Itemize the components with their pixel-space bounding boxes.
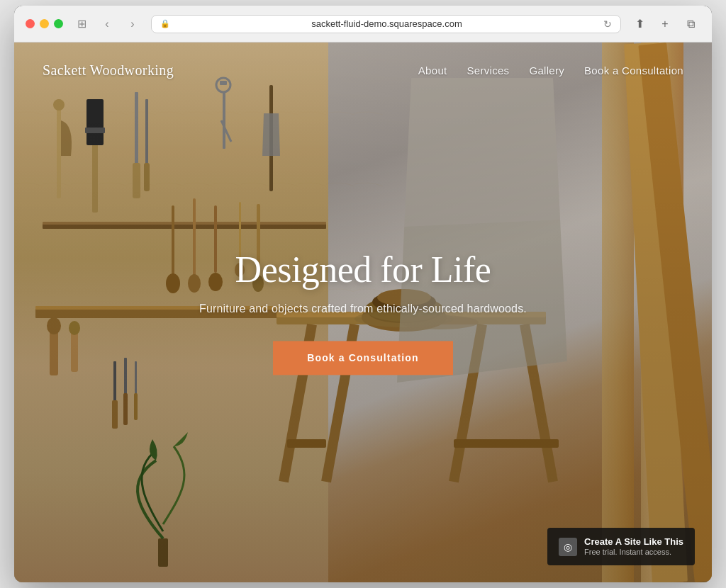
site-logo: Sackett Woodworking [43, 62, 174, 79]
back-button[interactable]: ‹ [97, 14, 117, 34]
minimize-button[interactable] [40, 19, 49, 28]
share-button[interactable]: ⬆ [630, 14, 649, 34]
website-content: Sackett Woodworking About Services Galle… [14, 43, 712, 582]
nav-services[interactable]: Services [467, 64, 510, 77]
address-bar[interactable]: 🔒 sackett-fluid-demo.squarespace.com ↻ [151, 15, 621, 33]
new-tab-button[interactable]: + [655, 14, 675, 34]
nav-links: About Services Gallery Book a Consultati… [418, 64, 683, 77]
badge-sub-text: Free trial. Instant access. [584, 548, 683, 557]
browser-window: ⊞ ‹ › 🔒 sackett-fluid-demo.squarespace.c… [14, 6, 712, 582]
site-navigation: Sackett Woodworking About Services Galle… [14, 43, 712, 98]
browser-actions: ⬆ + ⧉ [630, 14, 700, 34]
browser-chrome: ⊞ ‹ › 🔒 sackett-fluid-demo.squarespace.c… [14, 6, 712, 43]
hero-title: Designed for Life [150, 249, 576, 290]
nav-book-consultation[interactable]: Book a Consultation [584, 64, 683, 77]
forward-button[interactable]: › [123, 14, 143, 34]
hero-content: Designed for Life Furniture and objects … [150, 249, 576, 375]
close-button[interactable] [26, 19, 35, 28]
squarespace-badge[interactable]: ◎ Create A Site Like This Free trial. In… [547, 528, 695, 565]
browser-nav: ⊞ ‹ › [72, 14, 143, 34]
badge-main-text: Create A Site Like This [584, 536, 683, 548]
cta-button[interactable]: Book a Consultation [273, 341, 452, 375]
badge-text: Create A Site Like This Free trial. Inst… [584, 536, 683, 557]
hero-subtitle: Furniture and objects crafted from ethic… [150, 303, 576, 316]
traffic-lights [26, 19, 63, 28]
maximize-button[interactable] [54, 19, 63, 28]
sidebar-toggle-button[interactable]: ⊞ [72, 14, 91, 34]
nav-gallery[interactable]: Gallery [529, 64, 564, 77]
url-text: sackett-fluid-demo.squarespace.com [174, 18, 599, 29]
tabs-button[interactable]: ⧉ [681, 14, 700, 34]
lock-icon: 🔒 [160, 19, 170, 28]
reload-icon: ↻ [603, 18, 612, 30]
nav-about[interactable]: About [418, 64, 447, 77]
squarespace-icon: ◎ [559, 538, 577, 556]
